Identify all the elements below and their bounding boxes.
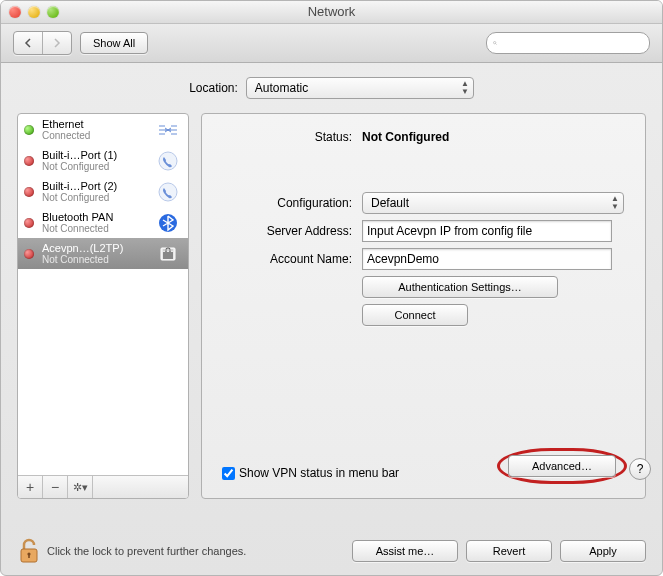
- svg-point-0: [494, 42, 496, 44]
- service-name: Ethernet: [42, 118, 146, 130]
- account-name-label: Account Name:: [222, 252, 352, 266]
- toolbar: Show All: [1, 24, 662, 63]
- service-status: Not Connected: [42, 254, 146, 265]
- main-split: EthernetConnectedBuilt-i…Port (1)Not Con…: [17, 113, 646, 499]
- service-status: Not Configured: [42, 192, 146, 203]
- svg-rect-10: [28, 554, 30, 558]
- location-row: Location: Automatic ▲▼: [17, 77, 646, 99]
- apply-button[interactable]: Apply: [560, 540, 646, 562]
- service-name: Acevpn…(L2TP): [42, 242, 146, 254]
- service-name: Built-i…Port (2): [42, 180, 146, 192]
- service-item[interactable]: Built-i…Port (1)Not Configured: [18, 145, 188, 176]
- add-service-button[interactable]: +: [18, 476, 43, 498]
- advanced-button[interactable]: Advanced…: [508, 455, 616, 477]
- location-label: Location:: [189, 81, 238, 95]
- configuration-label: Configuration:: [222, 196, 352, 210]
- show-vpn-status-checkbox[interactable]: [222, 467, 235, 480]
- service-actions-menu[interactable]: ✲▾: [68, 476, 93, 498]
- service-name: Built-i…Port (1): [42, 149, 146, 161]
- footer: Click the lock to prevent further change…: [1, 527, 662, 575]
- status-dot-icon: [24, 218, 34, 228]
- popup-arrows-icon: ▲▼: [461, 80, 469, 96]
- minimize-window-button[interactable]: [28, 6, 40, 18]
- service-list[interactable]: EthernetConnectedBuilt-i…Port (1)Not Con…: [18, 114, 188, 475]
- service-item[interactable]: EthernetConnected: [18, 114, 188, 145]
- zoom-window-button[interactable]: [47, 6, 59, 18]
- service-item[interactable]: Bluetooth PANNot Connected: [18, 207, 188, 238]
- forward-button[interactable]: [43, 32, 71, 54]
- assist-me-button[interactable]: Assist me…: [352, 540, 458, 562]
- location-popup[interactable]: Automatic ▲▼: [246, 77, 474, 99]
- status-row: Status: Not Configured: [222, 130, 625, 144]
- service-status: Not Configured: [42, 161, 146, 172]
- svg-point-2: [159, 152, 177, 170]
- connect-button[interactable]: Connect: [362, 304, 468, 326]
- network-prefs-window: Network Show All Location: Automatic ▲▼: [0, 0, 663, 576]
- status-dot-icon: [24, 156, 34, 166]
- lock-text: Click the lock to prevent further change…: [47, 545, 246, 557]
- traffic-lights: [9, 6, 59, 18]
- help-wrap: ?: [629, 458, 651, 480]
- back-button[interactable]: [14, 32, 43, 54]
- account-name-input[interactable]: [362, 248, 612, 270]
- status-dot-icon: [24, 125, 34, 135]
- service-item[interactable]: Built-i…Port (2)Not Configured: [18, 176, 188, 207]
- window-title: Network: [308, 4, 356, 19]
- service-status: Connected: [42, 130, 146, 141]
- server-address-input[interactable]: [362, 220, 612, 242]
- help-button[interactable]: ?: [629, 458, 651, 480]
- service-item[interactable]: Acevpn…(L2TP)Not Connected: [18, 238, 188, 269]
- advanced-highlight: Advanced…: [497, 448, 627, 484]
- configuration-popup[interactable]: Default ▲▼: [362, 192, 624, 214]
- search-icon: [493, 37, 497, 49]
- show-vpn-status-label: Show VPN status in menu bar: [239, 466, 399, 480]
- close-window-button[interactable]: [9, 6, 21, 18]
- remove-service-button[interactable]: −: [43, 476, 68, 498]
- footer-buttons: Assist me… Revert Apply: [352, 540, 646, 562]
- bluetooth-icon: [154, 212, 182, 234]
- status-value: Not Configured: [362, 130, 449, 144]
- svg-rect-6: [163, 252, 173, 259]
- status-dot-icon: [24, 249, 34, 259]
- service-sidebar: EthernetConnectedBuilt-i…Port (1)Not Con…: [17, 113, 189, 499]
- configuration-row: Configuration: Default ▲▼: [222, 192, 625, 214]
- content-area: Location: Automatic ▲▼ EthernetConnected…: [1, 63, 662, 555]
- auth-settings-button[interactable]: Authentication Settings…: [362, 276, 558, 298]
- popup-arrows-icon: ▲▼: [611, 195, 619, 211]
- status-label: Status:: [222, 130, 352, 144]
- server-address-label: Server Address:: [222, 224, 352, 238]
- show-vpn-status-row: Show VPN status in menu bar: [222, 466, 399, 480]
- search-field[interactable]: [486, 32, 650, 54]
- revert-button[interactable]: Revert: [466, 540, 552, 562]
- search-input[interactable]: [501, 36, 643, 50]
- server-address-row: Server Address:: [222, 220, 625, 242]
- lock-icon: [154, 243, 182, 265]
- service-name: Bluetooth PAN: [42, 211, 146, 223]
- phone-icon: [154, 181, 182, 203]
- svg-point-3: [159, 183, 177, 201]
- service-detail: Status: Not Configured Configuration: De…: [201, 113, 646, 499]
- service-status: Not Connected: [42, 223, 146, 234]
- show-all-button[interactable]: Show All: [80, 32, 148, 54]
- lock-area[interactable]: Click the lock to prevent further change…: [17, 537, 246, 565]
- status-dot-icon: [24, 187, 34, 197]
- svg-line-1: [496, 44, 497, 45]
- ethernet-icon: [154, 119, 182, 141]
- nav-back-forward: [13, 31, 72, 55]
- phone-icon: [154, 150, 182, 172]
- sidebar-footer: + − ✲▾: [18, 475, 188, 498]
- titlebar: Network: [1, 1, 662, 24]
- account-name-row: Account Name:: [222, 248, 625, 270]
- unlock-icon: [17, 537, 41, 565]
